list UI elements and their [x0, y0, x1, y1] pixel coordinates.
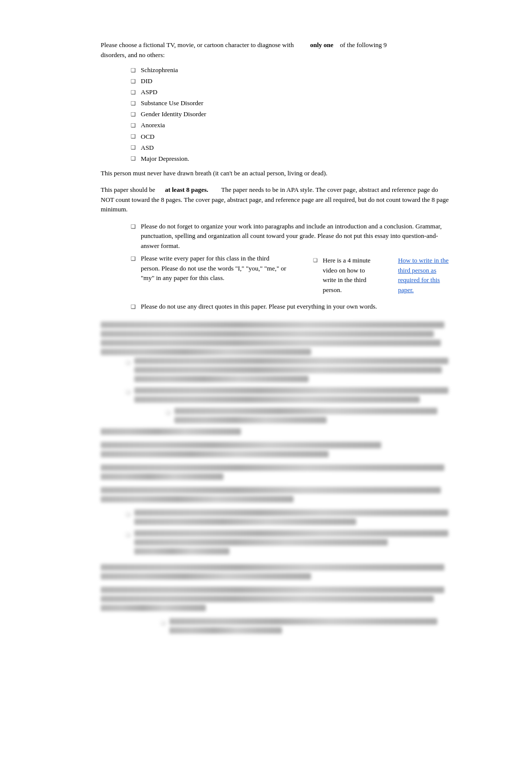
list-item: Anorexia: [131, 120, 451, 131]
list-item: Substance Use Disorder: [131, 98, 451, 109]
intro-text-3: disorders, and no others:: [101, 51, 165, 59]
list-item: Please do not forget to organize your wo…: [131, 221, 451, 251]
blurred-section-5: [101, 509, 451, 557]
list-item: Major Depression.: [131, 153, 451, 164]
third-person-link[interactable]: How to write in the third person as requ…: [398, 255, 451, 295]
sub-item-text: Here is a 4 minute video on how to write…: [323, 255, 378, 295]
list-item: ASPD: [131, 87, 451, 98]
sub-list: Here is a 4 minute video on how to write…: [313, 255, 451, 297]
blurred-section-7: [101, 587, 451, 611]
intro-text-1: Please choose a fictional TV, movie, or …: [101, 41, 294, 49]
list-item: Please do not use any direct quotes in t…: [131, 302, 451, 312]
disorder-list: Schizophrenia DID ASPD Substance Use Dis…: [131, 65, 451, 164]
list-item: ASD: [131, 142, 451, 153]
intro-emphasis-1: only one: [310, 41, 334, 49]
intro-text-2: of the following 9: [340, 41, 387, 49]
blurred-section-6: [101, 564, 451, 580]
blurred-section-1: [101, 322, 451, 435]
list-item: Gender Identity Disorder: [131, 109, 451, 120]
paper-req-emphasis: at least 8 pages.: [165, 186, 208, 193]
list-item: DID: [131, 76, 451, 87]
requirements-list: Please do not forget to organize your wo…: [131, 221, 451, 312]
no-breath-notice: This person must never have drawn breath…: [101, 168, 451, 178]
list-item: Please write every paper for this class …: [131, 253, 451, 299]
blurred-section-2: [101, 442, 451, 457]
blurred-section-4: [101, 487, 451, 502]
list-item: OCD: [131, 131, 451, 142]
paper-requirements: This paper should be at least 8 pages. T…: [101, 185, 451, 214]
intro-paragraph: Please choose a fictional TV, movie, or …: [101, 40, 451, 60]
paper-req-line1: This paper should be: [101, 186, 155, 193]
page-container: Please choose a fictional TV, movie, or …: [51, 0, 481, 683]
blurred-section-3: [101, 464, 451, 480]
list-item: Here is a 4 minute video on how to write…: [313, 255, 451, 295]
blurred-section-8: [101, 618, 451, 636]
list-item: Schizophrenia: [131, 65, 451, 76]
